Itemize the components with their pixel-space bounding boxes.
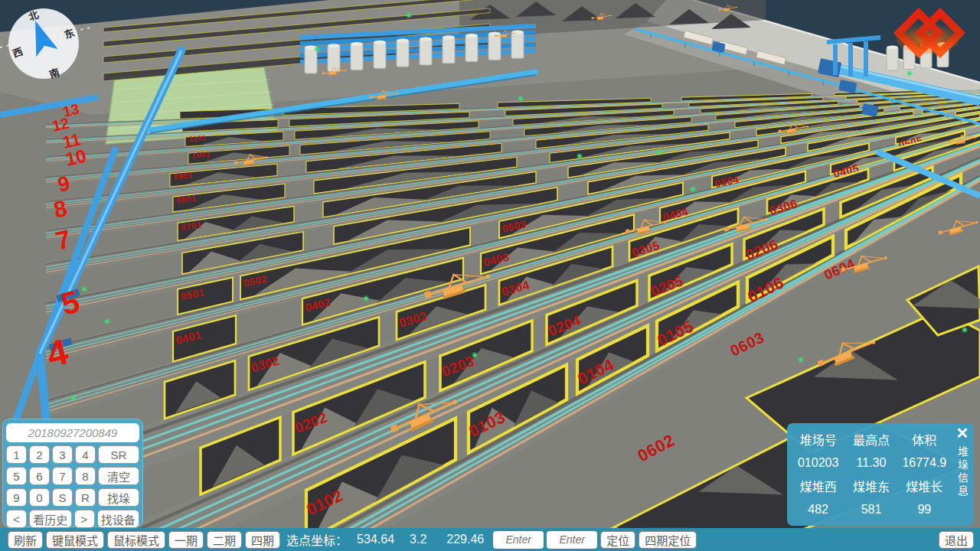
silo (351, 44, 363, 70)
key-1[interactable]: 1 (6, 445, 27, 464)
selected-point-coords-label: 选点坐标： (286, 530, 348, 549)
pile-id-label: 0901 (173, 171, 193, 181)
phase4-locate-button[interactable]: 四期定位 (639, 531, 697, 549)
pile-info-value: 581 (861, 503, 882, 517)
key-0[interactable]: 0 (29, 488, 50, 507)
key-3[interactable]: 3 (52, 445, 73, 464)
status-dot (519, 97, 523, 101)
silo (374, 42, 386, 68)
key-7[interactable]: 7 (52, 467, 73, 485)
status-dot (578, 155, 582, 158)
silo-top (397, 39, 409, 43)
silo (443, 37, 455, 64)
pile-id-label: 1001 (191, 150, 210, 160)
key-9[interactable]: 9 (6, 488, 27, 507)
status-dot (473, 354, 477, 357)
pile-info-value: 11.30 (857, 456, 887, 470)
key-s[interactable]: S (52, 488, 73, 507)
toolbar-mid-buttons: 定位四期定位 (600, 531, 697, 549)
key-2[interactable]: 2 (29, 445, 50, 464)
pile-info-header: 最高点 (853, 430, 890, 448)
coord-z-value: 229.46 (446, 533, 484, 546)
history-prev-button[interactable]: < (6, 510, 27, 528)
status-dot (658, 151, 662, 155)
silo-top (374, 41, 386, 44)
pile-info-header: 煤堆长 (906, 477, 942, 495)
status-dot (799, 358, 803, 362)
toolbar-left-buttons: 刷新键鼠模式鼠标模式一期二期四期 (8, 531, 280, 549)
keyboard-mouse-mode-button[interactable]: 键鼠模式 (46, 531, 104, 549)
locate-button[interactable]: 定位 (600, 531, 635, 549)
status-dot (963, 328, 967, 332)
phase2-button[interactable]: 二期 (207, 531, 242, 549)
keypad-panel: 1234SR5678清空90SR找垛<看历史>找设备 (2, 419, 143, 527)
sr-button[interactable]: SR (98, 445, 139, 464)
find-pile-button[interactable]: 找垛 (98, 488, 139, 507)
pile-info-value: 010203 (798, 456, 838, 470)
mouse-mode-button[interactable]: 鼠标模式 (107, 531, 165, 549)
history-next-button[interactable]: > (74, 510, 95, 528)
machine-part (370, 96, 373, 99)
status-dot (691, 187, 695, 191)
coord-y-value: 3.2 (410, 533, 426, 546)
status-dot (106, 320, 109, 324)
keypad-rows: 1234SR5678清空90SR找垛<看历史>找设备 (6, 445, 139, 528)
view-history-button[interactable]: 看历史 (29, 510, 72, 528)
machine-part (322, 72, 325, 74)
machine-part (718, 8, 720, 11)
phase4-button[interactable]: 四期 (245, 531, 280, 549)
coord-input-2[interactable] (547, 531, 597, 549)
find-device-button[interactable]: 找设备 (97, 510, 140, 528)
clear-button[interactable]: 清空 (98, 467, 139, 485)
exit-button[interactable]: 退出 (939, 531, 974, 549)
bottom-toolbar: 刷新键鼠模式鼠标模式一期二期四期 选点坐标： 534.64 3.2 229.46… (0, 528, 980, 551)
silo-top (328, 44, 340, 47)
coord-x-value: 534.64 (357, 533, 394, 546)
key-8[interactable]: 8 (75, 467, 96, 485)
pile-info-value: 99 (917, 503, 931, 517)
app-window: 1201110110010901080107010501050205030504… (0, 0, 980, 551)
refresh-button[interactable]: 刷新 (8, 531, 43, 549)
status-dot (364, 297, 368, 301)
status-dot (83, 288, 87, 292)
pile-info-value: 482 (808, 503, 828, 517)
silo (420, 39, 432, 65)
phase1-button[interactable]: 一期 (168, 531, 204, 549)
pile-info-grid: 堆场号最高点体积01020311.3016774.9煤堆西煤堆东煤堆长48258… (787, 423, 951, 526)
pile-id-label: 1101 (189, 135, 207, 143)
key-r[interactable]: R (75, 488, 96, 507)
compass[interactable]: 北 东 西 南 (6, 6, 81, 81)
silo-top (351, 42, 363, 46)
machine-part (592, 17, 594, 19)
company-logo (891, 8, 965, 58)
pile-info-panel: 堆场号最高点体积01020311.3016774.9煤堆西煤堆东煤堆长48258… (787, 423, 974, 526)
history-input[interactable] (6, 423, 139, 442)
pile-info-header: 堆场号 (800, 430, 837, 448)
silo (466, 36, 478, 62)
key-6[interactable]: 6 (29, 467, 50, 485)
status-dot (407, 14, 411, 18)
machine-part (234, 161, 238, 165)
key-4[interactable]: 4 (75, 445, 96, 464)
pile-info-header: 体积 (912, 430, 936, 448)
machine-part (778, 129, 781, 132)
pile-info-header: 煤堆东 (853, 477, 890, 495)
silo-top (420, 37, 432, 41)
silo (397, 41, 409, 67)
machine-part (948, 140, 951, 143)
blue-column (864, 41, 868, 77)
status-dot (72, 396, 76, 400)
machine-part (495, 34, 497, 37)
silo (511, 32, 524, 58)
blue-column (848, 43, 853, 77)
pile-info-header: 煤堆西 (800, 477, 837, 495)
blue-column (833, 44, 838, 75)
silo (488, 34, 501, 60)
coord-input-1[interactable] (493, 531, 544, 549)
pile-info-vertical-title: 堆垛信息 (955, 446, 970, 498)
status-dot (315, 47, 319, 51)
status-dot (908, 72, 912, 76)
close-icon[interactable]: ✕ (956, 425, 969, 442)
key-5[interactable]: 5 (6, 467, 27, 485)
pile-info-value: 16774.9 (902, 456, 946, 470)
